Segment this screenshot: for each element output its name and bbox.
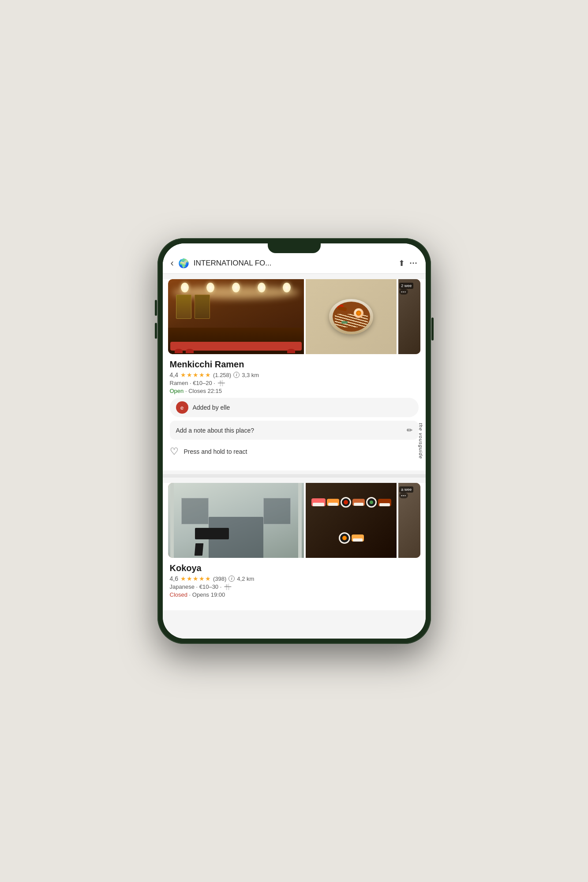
star-3: ★	[193, 371, 198, 378]
status-closed-2: Closed	[170, 591, 187, 598]
star-2-1: ★	[180, 575, 186, 582]
review-count-1: (1.258)	[213, 372, 231, 378]
phone-frame: ‹ 🌍 INTERNATIONAL FO... ⬆ ···	[157, 238, 431, 644]
star-2-4: ★	[199, 575, 205, 582]
phone-inner: ‹ 🌍 INTERNATIONAL FO... ⬆ ···	[163, 243, 426, 639]
rating-row-2: 4,6 ★ ★ ★ ★ ★ (398) i 4,2 km	[170, 575, 419, 582]
place-info-1: Menkicchi Ramen 4,4 ★ ★ ★ ★ ★ (1.258)	[163, 354, 426, 394]
image-tertiary-2[interactable]: a wee •••	[398, 483, 420, 558]
cuisine-row-1: Ramen · €10–20 · 🍴	[170, 380, 419, 386]
star-2-2: ★	[187, 575, 192, 582]
react-text-1: Press and hold to react	[184, 448, 247, 455]
no-reserve-icon-1: 🍴	[218, 380, 225, 386]
star-2: ★	[187, 371, 192, 378]
divider-1	[163, 474, 426, 478]
pencil-icon-1: ✏	[407, 426, 412, 434]
image-secondary-2[interactable]	[306, 483, 397, 558]
header-title: INTERNATIONAL FO...	[194, 259, 394, 268]
add-note-text-1: Add a note about this place?	[176, 427, 254, 434]
star-2-3: ★	[193, 575, 198, 582]
rating-number-1: 4,4	[170, 371, 178, 378]
heart-icon-1: ♡	[170, 447, 179, 456]
back-button[interactable]: ‹	[171, 258, 174, 269]
rating-number-2: 4,6	[170, 575, 178, 582]
stars-2: ★ ★ ★ ★ ★	[180, 575, 211, 582]
info-icon-1[interactable]: i	[233, 372, 240, 378]
image-main-1[interactable]	[168, 279, 304, 354]
image-secondary-1[interactable]	[306, 279, 397, 354]
week-badge-2: a wee	[399, 486, 413, 493]
power-button	[431, 318, 434, 340]
volume-buttons	[155, 300, 157, 339]
image-main-2[interactable]	[168, 483, 304, 558]
image-gallery-1[interactable]: 2 wee •••	[168, 279, 420, 354]
added-by-section-1: e Added by elle	[170, 398, 419, 417]
status-row-2: Closed · Opens 19:00	[170, 591, 419, 598]
place-info-2: Kokoya 4,6 ★ ★ ★ ★ ★ (398) i	[163, 558, 426, 598]
status-detail-1: · Closes 22:15	[185, 388, 222, 394]
add-note-section-1[interactable]: Add a note about this place? ✏	[170, 421, 419, 440]
star-1: ★	[180, 371, 186, 378]
status-detail-2: · Opens 19:00	[189, 591, 225, 598]
place-name-1[interactable]: Menkicchi Ramen	[170, 359, 419, 370]
review-count-2: (398)	[213, 576, 226, 582]
distance-2: 4,2 km	[237, 576, 254, 582]
phone-notch	[268, 243, 321, 253]
share-button[interactable]: ⬆	[398, 258, 405, 268]
cuisine-text-1: Ramen · €10–20 ·	[170, 380, 215, 386]
place-card-2: a wee ••• Kokoya 4,6 ★ ★	[163, 483, 426, 610]
rating-row-1: 4,4 ★ ★ ★ ★ ★ (1.258) i 3,3 km	[170, 371, 419, 378]
avatar-1: e	[176, 401, 188, 414]
status-row-1: Open · Closes 22:15	[170, 388, 419, 394]
no-reserve-icon-2: 🍴	[224, 583, 231, 590]
cuisine-text-2: Japanese · €10–30 ·	[170, 583, 222, 590]
image-gallery-2[interactable]: a wee •••	[168, 483, 420, 558]
stars-1: ★ ★ ★ ★ ★	[180, 371, 211, 378]
more-button[interactable]: ···	[409, 259, 417, 268]
three-dots-2[interactable]: •••	[399, 493, 408, 498]
phone-screen[interactable]: ‹ 🌍 INTERNATIONAL FO... ⬆ ···	[163, 243, 426, 639]
image-tertiary-1[interactable]: 2 wee •••	[398, 279, 420, 354]
status-open-1: Open	[170, 388, 184, 394]
star-half-1: ★	[205, 371, 211, 378]
star-half-2: ★	[205, 575, 211, 582]
place-name-2[interactable]: Kokoya	[170, 563, 419, 573]
added-by-text-1: Added by elle	[193, 404, 230, 411]
distance-1: 3,3 km	[242, 372, 259, 378]
three-dots-1[interactable]: •••	[399, 289, 408, 295]
cuisine-row-2: Japanese · €10–30 · 🍴	[170, 583, 419, 590]
star-4: ★	[199, 371, 205, 378]
react-section-1[interactable]: ♡ Press and hold to react	[170, 442, 419, 461]
info-icon-2[interactable]: i	[228, 576, 235, 582]
place-card-1: 2 wee ••• Menkicchi Ramen 4,4 ★ ★	[163, 279, 426, 471]
week-badge-1: 2 wee	[399, 283, 413, 289]
globe-icon: 🌍	[178, 258, 189, 269]
